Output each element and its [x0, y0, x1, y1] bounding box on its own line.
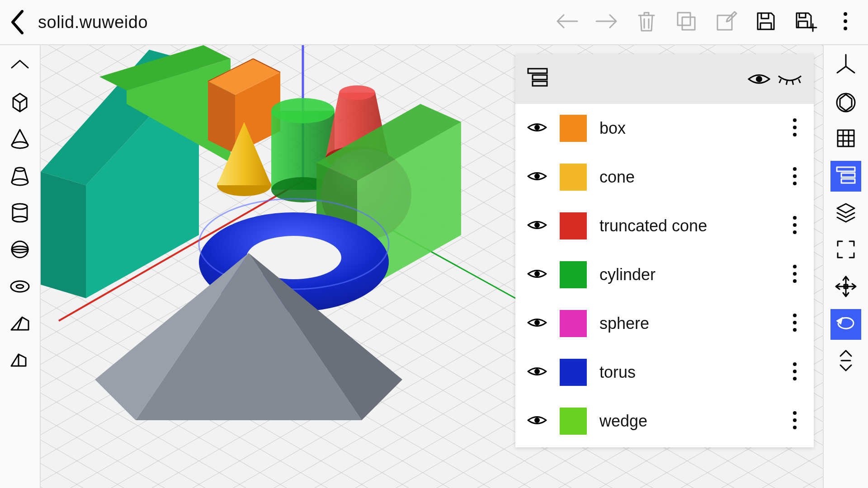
svg-point-59	[793, 126, 797, 129]
layer-more-button[interactable]	[787, 117, 803, 139]
save-plus-icon	[794, 10, 817, 34]
undo-button	[552, 7, 582, 38]
torus-tool[interactable]	[5, 272, 35, 303]
svg-point-19	[16, 285, 24, 288]
show-all-button[interactable]	[746, 66, 772, 92]
stack-tool[interactable]	[830, 198, 861, 229]
svg-rect-50	[533, 75, 547, 80]
layer-more-button[interactable]	[787, 215, 803, 237]
svg-point-3	[844, 12, 847, 16]
layer-more-button[interactable]	[787, 264, 803, 286]
svg-point-60	[793, 133, 797, 136]
rotate-icon	[835, 314, 857, 334]
layer-more-button[interactable]	[787, 361, 803, 383]
back-button[interactable]	[7, 11, 29, 33]
svg-point-69	[534, 271, 540, 277]
layer-row[interactable]: cone	[515, 153, 814, 202]
svg-line-87	[846, 66, 854, 73]
cylinder-icon	[9, 201, 31, 225]
cone-tool[interactable]	[5, 124, 35, 155]
collapse-up[interactable]	[5, 50, 35, 80]
more-vert-icon	[791, 117, 798, 140]
svg-point-71	[793, 272, 797, 276]
svg-line-56	[798, 79, 800, 83]
layer-color-swatch	[560, 164, 587, 191]
prism-tool[interactable]	[5, 346, 35, 377]
sphere-tool[interactable]	[5, 235, 35, 266]
svg-point-79	[793, 370, 797, 373]
layer-row[interactable]: cylinder	[515, 250, 814, 299]
layers-panel-icon	[835, 164, 857, 188]
svg-marker-93	[836, 317, 843, 324]
layer-visibility-toggle[interactable]	[526, 166, 548, 188]
menu-button[interactable]	[830, 7, 861, 38]
wedge-tool[interactable]	[5, 309, 35, 340]
layer-more-button[interactable]	[787, 166, 803, 188]
layers-tool[interactable]	[830, 161, 861, 192]
fit-view-tool[interactable]	[830, 87, 861, 117]
layer-more-button[interactable]	[787, 313, 803, 334]
right-toolbar	[823, 45, 868, 488]
save-button[interactable]	[750, 7, 781, 38]
svg-rect-1	[682, 17, 695, 30]
box-tool[interactable]	[5, 87, 35, 117]
save-as-button[interactable]	[790, 7, 821, 38]
edit-button	[711, 7, 741, 38]
layers-panel: boxconetruncated conecylinderspheretorus…	[515, 54, 814, 447]
layer-more-button[interactable]	[787, 410, 803, 432]
layer-row[interactable]: sphere	[515, 299, 814, 348]
svg-point-83	[793, 418, 797, 422]
svg-point-4	[844, 19, 847, 23]
stack-icon	[835, 201, 857, 225]
layer-row[interactable]: torus	[515, 348, 814, 397]
layer-label: cylinder	[599, 265, 787, 284]
chevron-up-icon	[10, 58, 30, 72]
layer-row[interactable]: truncated cone	[515, 202, 814, 250]
truncated-cone-tool[interactable]	[5, 161, 35, 192]
svg-point-82	[793, 411, 797, 415]
svg-point-6	[12, 142, 28, 148]
eye-icon	[527, 218, 547, 234]
torus-icon	[9, 277, 31, 297]
svg-point-80	[793, 377, 797, 380]
layer-label: wedge	[599, 412, 787, 431]
more-vert-icon	[791, 361, 798, 384]
canvas-3d[interactable]: boxconetruncated conecylinderspheretorus…	[41, 45, 823, 488]
cylinder-tool[interactable]	[5, 198, 35, 229]
move-tool[interactable]	[830, 272, 861, 303]
svg-point-67	[793, 223, 797, 227]
layer-color-swatch	[560, 408, 587, 435]
svg-point-57	[534, 125, 540, 130]
eye-icon	[527, 121, 547, 136]
layer-visibility-toggle[interactable]	[526, 361, 548, 383]
svg-rect-0	[678, 13, 690, 25]
focus-corners-icon	[835, 239, 857, 262]
layers-panel-title-icon	[526, 66, 552, 92]
svg-point-61	[534, 174, 540, 179]
more-vert-icon	[791, 214, 798, 238]
layer-visibility-toggle[interactable]	[526, 117, 548, 139]
layer-row[interactable]: box	[515, 104, 814, 153]
expand-tool[interactable]	[830, 346, 861, 377]
layer-row[interactable]: wedge	[515, 397, 814, 446]
layer-visibility-toggle[interactable]	[526, 313, 548, 334]
svg-point-68	[793, 230, 797, 234]
more-vert-icon	[791, 165, 798, 189]
top-toolbar: solid.wuweido	[0, 0, 868, 45]
more-vert-icon	[791, 409, 798, 433]
focus-tool[interactable]	[830, 235, 861, 266]
layer-visibility-toggle[interactable]	[526, 215, 548, 237]
layer-visibility-toggle[interactable]	[526, 264, 548, 286]
svg-point-70	[793, 265, 797, 268]
arrow-left-icon	[555, 12, 579, 32]
rotate-tool[interactable]	[830, 309, 861, 340]
hide-all-button[interactable]	[777, 66, 803, 92]
svg-point-36	[271, 98, 335, 123]
axes-tool[interactable]	[830, 50, 861, 80]
grid-tool[interactable]	[830, 124, 861, 155]
layer-label: sphere	[599, 314, 787, 333]
duplicate-button	[671, 7, 702, 38]
layer-label: truncated cone	[599, 216, 787, 235]
frustum-icon	[9, 164, 31, 188]
layer-visibility-toggle[interactable]	[526, 410, 548, 432]
